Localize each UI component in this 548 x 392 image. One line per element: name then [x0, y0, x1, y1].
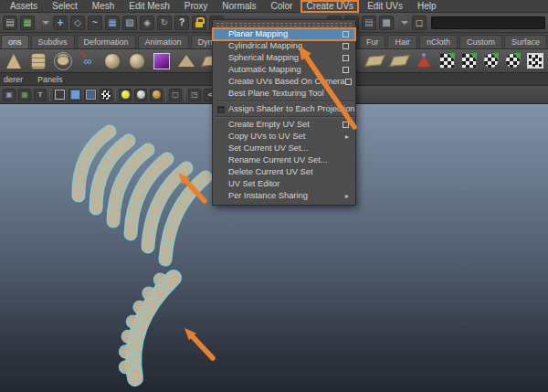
- grid-toggle-icon[interactable]: [18, 89, 31, 101]
- history-dropdown-icon[interactable]: [41, 16, 50, 30]
- quick-select-field[interactable]: [431, 16, 545, 29]
- field-dropdown-icon[interactable]: [400, 16, 409, 30]
- shelf-tab-ncloth[interactable]: nCloth: [419, 35, 458, 48]
- polygon-cone-icon[interactable]: [5, 52, 23, 70]
- menu-item-label: Per Instance Sharing: [228, 190, 308, 202]
- menu-help[interactable]: Help: [411, 1, 443, 12]
- menu-separator: [215, 116, 353, 118]
- option-box[interactable]: [342, 43, 349, 49]
- menu-item-delete-current-uv-set[interactable]: Delete Current UV Set: [213, 166, 355, 178]
- isolate-select-icon[interactable]: [169, 89, 182, 101]
- polygon-sphere-icon[interactable]: [103, 52, 121, 70]
- snap-to-view-planes-icon[interactable]: [122, 16, 137, 30]
- panel-menu-panels[interactable]: Panels: [37, 75, 63, 84]
- make-live-icon[interactable]: [140, 16, 154, 30]
- shelf-tab-fur[interactable]: Fur: [359, 35, 386, 48]
- menu-item-best-plane-texturing-tool[interactable]: Best Plane Texturing Tool: [213, 88, 355, 100]
- menu-item-create-uvs-based-on-camera[interactable]: Create UVs Based On Camera: [213, 76, 355, 88]
- polygon-plane2-icon[interactable]: [390, 52, 408, 70]
- wireframe-mode-icon[interactable]: [53, 89, 66, 101]
- ipr-render-icon[interactable]: [362, 16, 376, 30]
- polygon-planes-icon[interactable]: [365, 52, 384, 70]
- menu-mesh[interactable]: Mesh: [86, 1, 121, 12]
- polygon-helix-icon[interactable]: [128, 52, 146, 70]
- upper-eyelash-mesh[interactable]: [73, 132, 206, 260]
- menu-item-create-empty-uv-set[interactable]: Create Empty UV Set: [213, 119, 355, 131]
- menu-edit-uvs[interactable]: Edit UVs: [361, 1, 409, 12]
- auto-lock-icon[interactable]: [192, 16, 206, 30]
- option-box[interactable]: [342, 122, 349, 128]
- snap-to-points-icon[interactable]: [70, 16, 85, 30]
- selection-mask-icon[interactable]: [20, 16, 35, 30]
- light-cone-icon[interactable]: [415, 52, 433, 70]
- textured-ball-icon[interactable]: [100, 89, 112, 101]
- mirror-geometry-icon[interactable]: [79, 52, 97, 70]
- menu-item-per-instance-sharing[interactable]: Per Instance Sharing: [213, 190, 355, 202]
- shelf-tab-subdivs[interactable]: Subdivs: [31, 35, 75, 48]
- panel-menu-renderer[interactable]: derer: [4, 75, 23, 84]
- polygon-pyramid-icon[interactable]: [177, 52, 195, 70]
- menu-item-automatic-mapping[interactable]: Automatic Mapping: [213, 64, 355, 76]
- menu-item-cylindrical-mapping[interactable]: Cylindrical Mapping: [213, 40, 355, 52]
- snap-to-curves-icon[interactable]: [88, 16, 102, 30]
- render-settings-icon[interactable]: [379, 16, 394, 30]
- shelf-tab-animation[interactable]: Animation: [138, 35, 189, 48]
- menu-color[interactable]: Color: [265, 1, 300, 12]
- shelf-tab-deformation[interactable]: Deformation: [77, 35, 136, 48]
- snap-to-grids-icon[interactable]: [105, 16, 120, 30]
- menu-item-assign-shader-to-each-projection[interactable]: Assign Shader to Each Projection: [213, 103, 355, 115]
- planar-mapping-icon[interactable]: [439, 53, 455, 69]
- menu-item-copy-uvs-to-uv-set[interactable]: Copy UVs to UV Set: [213, 131, 355, 143]
- option-box[interactable]: [342, 31, 349, 37]
- cylindrical-mapping-icon[interactable]: [461, 53, 477, 69]
- menu-item-label: Copy UVs to UV Set: [228, 131, 305, 143]
- automatic-mapping-icon[interactable]: [505, 53, 521, 69]
- shelf-tab-hair[interactable]: Hair: [387, 35, 417, 48]
- menu-assets[interactable]: Assets: [4, 1, 44, 12]
- light-gold-icon[interactable]: [150, 89, 163, 101]
- uv-editor-icon[interactable]: [527, 53, 543, 69]
- menu-create-uvs[interactable]: Create UVs: [300, 0, 359, 13]
- shelf-tab-surface[interactable]: Surface: [504, 35, 547, 48]
- help-icon[interactable]: [174, 16, 189, 30]
- polygon-cube-icon[interactable]: [153, 52, 171, 70]
- film-gate-icon[interactable]: [34, 89, 47, 101]
- construction-history-icon[interactable]: [157, 16, 172, 30]
- light-default-icon[interactable]: [134, 89, 147, 101]
- shaded-mode-icon[interactable]: [68, 89, 81, 101]
- menu-item-set-current-uv-set[interactable]: Set Current UV Set...: [213, 143, 355, 154]
- menu-item-spherical-mapping[interactable]: Spherical Mapping: [213, 52, 355, 64]
- option-box[interactable]: [342, 55, 349, 61]
- isolate-add-icon[interactable]: [188, 89, 201, 101]
- menu-item-planar-mapping[interactable]: Planar Mapping: [213, 28, 355, 40]
- menu-item-label: Delete Current UV Set: [228, 166, 313, 178]
- light-yellow-icon[interactable]: [119, 89, 132, 101]
- menu-proxy[interactable]: Proxy: [178, 1, 215, 12]
- menu-normals[interactable]: Normals: [216, 1, 262, 12]
- divider: [184, 89, 185, 101]
- menu-item-rename-current-uv-set[interactable]: Rename Current UV Set...: [213, 154, 355, 166]
- textured-mode-icon[interactable]: [84, 89, 97, 101]
- menu-item-label: UV Set Editor: [228, 178, 279, 190]
- move-tool-icon[interactable]: [53, 16, 68, 30]
- shelf-tab-custom[interactable]: Custom: [459, 35, 502, 48]
- menu-item-label: Cylindrical Mapping: [228, 40, 302, 52]
- select-camera-icon[interactable]: [3, 89, 16, 101]
- tear-off-handle[interactable]: [216, 23, 352, 26]
- shelf-tab-ons[interactable]: ons: [1, 35, 29, 48]
- lower-eyelash-mesh[interactable]: [119, 273, 174, 378]
- selection-box-icon[interactable]: [412, 16, 427, 30]
- polygon-coins-icon[interactable]: [54, 52, 72, 70]
- menu-item-label: Set Current UV Set...: [228, 143, 308, 154]
- file-save-icon[interactable]: [3, 16, 17, 30]
- polygon-cylinder-icon[interactable]: [29, 52, 47, 70]
- option-box[interactable]: [342, 67, 349, 73]
- menu-select[interactable]: Select: [46, 1, 84, 12]
- option-box[interactable]: [345, 79, 352, 85]
- checkbox-gutter: [217, 106, 228, 113]
- divider: [37, 16, 38, 29]
- spherical-mapping-icon[interactable]: [483, 53, 499, 69]
- checkbox-icon[interactable]: [217, 106, 225, 113]
- menu-item-uv-set-editor[interactable]: UV Set Editor: [213, 178, 355, 190]
- menu-edit-mesh[interactable]: Edit Mesh: [122, 1, 175, 12]
